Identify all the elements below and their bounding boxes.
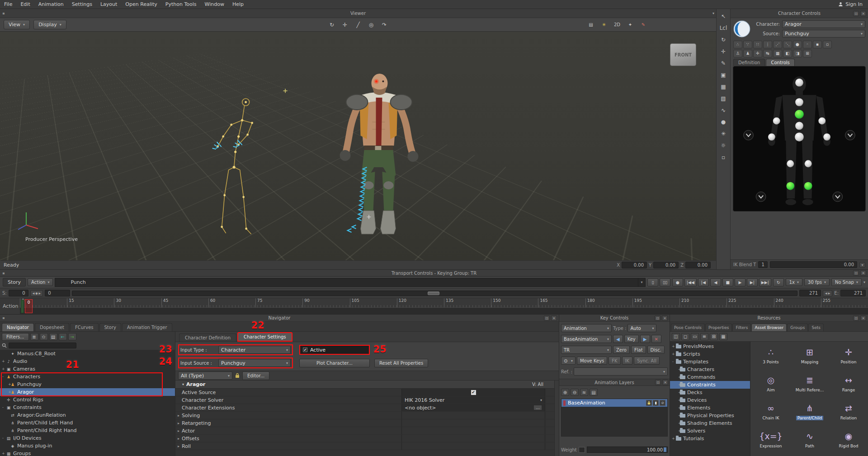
grid-display-icon[interactable]: ▤ bbox=[586, 20, 596, 29]
asset-item[interactable]: ⋔ Parent/Child bbox=[790, 400, 829, 428]
tree-item[interactable]: ⇄ Aragor:GunRelation bbox=[0, 411, 175, 419]
dual-view-icon[interactable]: ▯▯ bbox=[660, 278, 670, 287]
camera-tool-icon[interactable]: ▦ bbox=[718, 81, 729, 92]
reference-dropdown[interactable]: ▾ bbox=[574, 367, 668, 376]
property-value[interactable]: ✔ ▾ … bbox=[401, 419, 545, 427]
particles-icon[interactable]: ✳ bbox=[599, 20, 609, 29]
menu-item[interactable]: Window bbox=[201, 0, 228, 9]
arc-rotate-icon[interactable]: ↷ bbox=[379, 20, 389, 29]
flat-button[interactable]: Flat bbox=[631, 346, 646, 354]
tree-item[interactable]: ⋔ Parent/Child Right Hand bbox=[0, 427, 175, 434]
point-tool-icon[interactable]: ● bbox=[718, 117, 729, 127]
prev-key-button[interactable]: ◀ bbox=[613, 335, 623, 343]
pen-tool-icon[interactable]: ✎ bbox=[718, 58, 729, 68]
panel-menu-icon[interactable]: ▾ bbox=[863, 280, 865, 284]
asset-item[interactable]: {x=} Expression bbox=[751, 428, 790, 456]
asset-folder-row[interactable]: + Characters bbox=[670, 366, 750, 373]
expander-icon[interactable]: - bbox=[0, 375, 4, 379]
display-dropdown[interactable]: Display▾ bbox=[33, 20, 66, 29]
asset-item[interactable]: ≣ Multi Refere... bbox=[790, 371, 829, 400]
set-key-button[interactable]: Key bbox=[624, 335, 639, 343]
input-source-dropdown[interactable]: Punchguy▾ bbox=[218, 359, 291, 367]
expander-icon[interactable]: + bbox=[0, 359, 4, 363]
asset-item[interactable]: ✛ Position bbox=[829, 343, 868, 371]
resources-tab[interactable]: Groups bbox=[787, 324, 808, 331]
viewport[interactable]: FRONT Producer Perspective bbox=[0, 32, 716, 260]
navigator-tab[interactable]: Animation Trigger bbox=[122, 323, 172, 331]
navigator-tab[interactable]: Story bbox=[99, 323, 121, 331]
goto-start-button[interactable]: |◀◀ bbox=[684, 278, 697, 287]
asset-item[interactable]: ∴ 3 Points bbox=[751, 343, 790, 371]
expander-icon[interactable]: + bbox=[670, 344, 674, 348]
discontinuity-button[interactable]: Disc. bbox=[647, 346, 665, 354]
zero-button[interactable]: Zero bbox=[613, 346, 630, 354]
keying-dots-icon-7[interactable]: ● bbox=[793, 41, 802, 48]
sprite-icon[interactable]: ✦ bbox=[625, 20, 635, 29]
keying-dots-icon-10[interactable]: ▫ bbox=[823, 41, 832, 48]
keying-dots-icon-6[interactable]: ⋱ bbox=[783, 41, 792, 48]
clip-dropdown-icon[interactable]: ▾ bbox=[638, 278, 645, 287]
viewer-menu-icon[interactable]: ▾ bbox=[712, 11, 714, 15]
asset-folder-row[interactable]: + Solvers bbox=[670, 427, 750, 435]
asset-item[interactable]: ⇄ Relation bbox=[829, 400, 868, 428]
expander-icon[interactable]: - bbox=[0, 436, 4, 440]
active-checkbox-field[interactable]: ✔ Active bbox=[299, 345, 370, 355]
asset-folder-row[interactable]: + Decks bbox=[670, 389, 750, 396]
action-track[interactable] bbox=[20, 307, 868, 314]
keying-dots-icon-5[interactable]: ⋰ bbox=[773, 41, 782, 48]
close-icon[interactable]: ✕ bbox=[551, 315, 557, 321]
asset-folder-row[interactable]: + Tutorials bbox=[670, 435, 750, 442]
property-value[interactable]: ✔ ▾ … bbox=[401, 389, 545, 396]
story-mode-button[interactable]: Story bbox=[3, 278, 26, 287]
asset-folder-row[interactable]: + Commands bbox=[670, 373, 750, 381]
y-coordinate-field[interactable]: 0.00 bbox=[653, 262, 679, 268]
resources-tab[interactable]: Asset Browser bbox=[751, 324, 787, 331]
frame-rate-dropdown[interactable]: 30 fps▾ bbox=[804, 278, 830, 286]
next-frame-button[interactable]: ▶| bbox=[747, 278, 758, 287]
asset-folder-row[interactable]: - Templates bbox=[670, 358, 750, 366]
light-tool-icon[interactable]: ☼ bbox=[718, 140, 729, 150]
left-side-icon[interactable]: ◧ bbox=[783, 50, 792, 57]
detail-mode-icon[interactable]: ▦ bbox=[719, 333, 727, 340]
ik-blend-spinner[interactable]: 1 bbox=[758, 261, 767, 268]
tab-character-definition[interactable]: Character Definition bbox=[179, 334, 236, 342]
asset-folder-row[interactable]: + Physical Properties bbox=[670, 412, 750, 419]
new-layer-icon[interactable]: ⊕ bbox=[561, 389, 569, 396]
asset-item[interactable]: ◎ Aim bbox=[751, 371, 790, 400]
sign-in-button[interactable]: Sign In bbox=[833, 1, 868, 7]
keying-target-dropdown[interactable]: Animation▾ bbox=[561, 324, 612, 332]
keying-dots-icon-4[interactable]: ⋮ bbox=[763, 41, 772, 48]
tree-item[interactable]: ◈ Manus plug-in bbox=[0, 442, 175, 450]
expand-arrow-icon[interactable] bbox=[175, 414, 182, 418]
float-icon[interactable]: ⊡ bbox=[853, 315, 859, 321]
translate-tool-icon[interactable]: ✛ bbox=[718, 46, 729, 56]
reset-all-properties-button[interactable]: Reset All Properties bbox=[374, 359, 428, 367]
select-tool-icon[interactable]: ↖ bbox=[718, 11, 729, 21]
expander-icon[interactable]: + bbox=[670, 437, 674, 441]
expander-icon[interactable]: + bbox=[670, 406, 678, 410]
character-select[interactable]: Aragor▾ bbox=[782, 20, 865, 28]
weight-key-toggle[interactable] bbox=[579, 447, 585, 453]
asset-folder-row[interactable]: + Scripts bbox=[670, 350, 750, 358]
back-icon[interactable]: ← bbox=[59, 333, 67, 340]
frame-spinner[interactable]: ◀●▶ bbox=[30, 290, 43, 296]
clip-track[interactable]: Punch ▾ bbox=[55, 278, 646, 287]
delete-key-button[interactable]: ✕ bbox=[651, 335, 661, 343]
x-coordinate-field[interactable]: 0.00 bbox=[622, 262, 647, 268]
tree-item[interactable]: - ♟ Characters bbox=[0, 373, 175, 381]
search-input[interactable] bbox=[9, 343, 76, 348]
menu-item[interactable]: Help bbox=[228, 0, 248, 9]
float-icon[interactable]: ⊡ bbox=[655, 380, 661, 385]
folder-up-icon[interactable]: ▤ bbox=[49, 333, 57, 340]
goto-end-button[interactable]: ▶▶| bbox=[759, 278, 771, 287]
expander-icon[interactable]: + bbox=[670, 375, 678, 379]
asset-folder-row[interactable]: + Elements bbox=[670, 404, 750, 412]
expander-icon[interactable]: + bbox=[0, 390, 8, 394]
start-frame-field[interactable]: 0 bbox=[9, 290, 28, 296]
tree-item[interactable]: + ♪ Audio bbox=[0, 357, 175, 365]
tree-item[interactable]: ⋔ Parent/Child Left Hand bbox=[0, 419, 175, 427]
sync-all-button[interactable]: Sync. All bbox=[634, 357, 660, 365]
key-type-dropdown[interactable]: Auto▾ bbox=[627, 324, 656, 332]
property-value[interactable]: ✔ ▾ … bbox=[401, 442, 545, 450]
move-mode-dropdown[interactable]: ⊙▾ bbox=[561, 357, 576, 365]
